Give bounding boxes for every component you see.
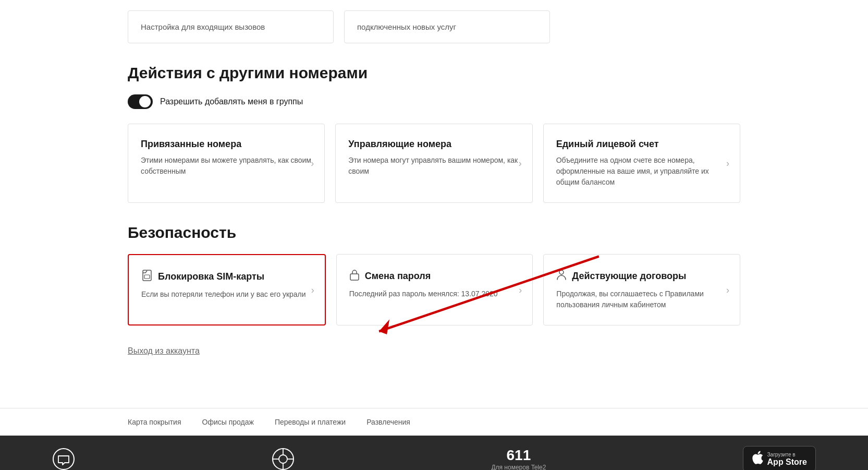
top-card-2: подключенных новых услуг bbox=[344, 10, 550, 43]
top-card-2-text: подключенных новых услуг bbox=[357, 21, 456, 32]
top-card-1-text: Настройка для входящих вызовов bbox=[141, 21, 265, 32]
lock-icon bbox=[349, 269, 360, 283]
app-store-small-text: Загрузите в bbox=[767, 452, 807, 457]
toggle-row: Разрешить добавлять меня в группы bbox=[128, 94, 740, 109]
app-store-button[interactable]: Загрузите в App Store bbox=[743, 446, 816, 470]
card-active-contracts[interactable]: Действующие договоры Продолжая, вы согла… bbox=[543, 254, 740, 326]
footer-link-entertainment[interactable]: Развлечения bbox=[366, 418, 410, 426]
svg-point-3 bbox=[559, 270, 564, 274]
card-unified-account-title: Единый лицевой счет bbox=[556, 139, 727, 150]
card-unified-account-arrow: › bbox=[726, 158, 729, 169]
card-sim-lock-desc: Если вы потеряли телефон или у вас его у… bbox=[141, 289, 312, 310]
card-unified-account-desc: Объедините на одном счете все номера, оф… bbox=[556, 155, 727, 188]
footer-link-coverage[interactable]: Карта покрытия bbox=[128, 418, 181, 426]
svg-rect-2 bbox=[350, 274, 359, 280]
allow-group-toggle[interactable] bbox=[128, 94, 153, 109]
section-other-numbers: Действия с другими номерами Разрешить до… bbox=[128, 64, 740, 203]
footer-link-transfers[interactable]: Переводы и платежи bbox=[275, 418, 346, 426]
svg-rect-1 bbox=[144, 275, 150, 279]
logout-button[interactable]: Выход из аккаунта bbox=[128, 346, 200, 355]
section-security: Безопасность Блокировка bbox=[128, 224, 740, 326]
toggle-track bbox=[128, 94, 153, 109]
card-sim-lock[interactable]: Блокировка SIM-карты Если вы потеряли те… bbox=[128, 254, 326, 326]
card-change-password-arrow: › bbox=[519, 284, 522, 295]
card-change-password-desc: Последний раз пароль менялся: 13.07.2020 bbox=[349, 288, 520, 310]
card-active-contracts-arrow: › bbox=[726, 284, 729, 295]
card-linked-numbers-arrow: › bbox=[311, 158, 314, 169]
svg-point-6 bbox=[53, 449, 74, 469]
card-change-password-title: Смена пароля bbox=[349, 269, 520, 283]
app-store-label: App Store bbox=[767, 457, 807, 467]
svg-rect-0 bbox=[143, 270, 151, 281]
card-active-contracts-title: Действующие договоры bbox=[556, 269, 727, 283]
card-unified-account[interactable]: Единый лицевой счет Объедините на одном … bbox=[543, 124, 740, 203]
footer-link-offices[interactable]: Офисы продаж bbox=[202, 418, 254, 426]
phone-number-section: 611 Для номеров Tele2 bbox=[491, 447, 546, 470]
top-card-1: Настройка для входящих вызовов bbox=[128, 10, 334, 43]
card-sim-lock-title: Блокировка SIM-карты bbox=[141, 270, 312, 284]
other-numbers-cards: Привязанные номера Этими номерами вы мож… bbox=[128, 124, 740, 203]
apple-icon bbox=[752, 451, 763, 467]
section-security-title: Безопасность bbox=[128, 224, 740, 242]
card-managing-numbers[interactable]: Управляющие номера Эти номера могут упра… bbox=[335, 124, 532, 203]
security-cards: Блокировка SIM-карты Если вы потеряли те… bbox=[128, 254, 740, 326]
card-managing-numbers-arrow: › bbox=[519, 158, 522, 169]
app-store-text: Загрузите в App Store bbox=[767, 452, 807, 467]
card-sim-lock-arrow: › bbox=[311, 284, 314, 295]
card-linked-numbers-desc: Этими номерами вы можете управлять, как … bbox=[141, 155, 312, 188]
card-linked-numbers-title: Привязанные номера bbox=[141, 139, 312, 150]
card-active-contracts-desc: Продолжая, вы соглашаетесь с Правилами п… bbox=[556, 288, 727, 310]
chat-icon-button[interactable] bbox=[52, 448, 75, 470]
top-partial-cards: Настройка для входящих вызовов подключен… bbox=[128, 10, 740, 43]
support-icon-button[interactable] bbox=[272, 448, 295, 470]
logout-section: Выход из аккаунта bbox=[128, 346, 740, 356]
toggle-label: Разрешить добавлять меня в группы bbox=[160, 97, 303, 106]
card-linked-numbers[interactable]: Привязанные номера Этими номерами вы мож… bbox=[128, 124, 325, 203]
toggle-thumb bbox=[139, 96, 151, 107]
card-change-password[interactable]: Смена пароля Последний раз пароль менялс… bbox=[336, 254, 533, 326]
bottom-bar: 611 Для номеров Tele2 Загрузите в App St… bbox=[0, 436, 868, 470]
security-cards-wrapper: Блокировка SIM-карты Если вы потеряли те… bbox=[128, 254, 740, 326]
card-managing-numbers-desc: Эти номера могут управлять вашим номером… bbox=[348, 155, 519, 188]
sim-icon bbox=[141, 270, 153, 284]
footer-nav: Карта покрытия Офисы продаж Переводы и п… bbox=[0, 408, 868, 436]
svg-point-8 bbox=[279, 455, 287, 463]
card-managing-numbers-title: Управляющие номера bbox=[348, 139, 519, 150]
section-other-numbers-title: Действия с другими номерами bbox=[128, 64, 740, 82]
phone-number: 611 bbox=[507, 447, 531, 464]
person-icon bbox=[556, 269, 567, 283]
phone-subtitle: Для номеров Tele2 bbox=[491, 464, 546, 470]
